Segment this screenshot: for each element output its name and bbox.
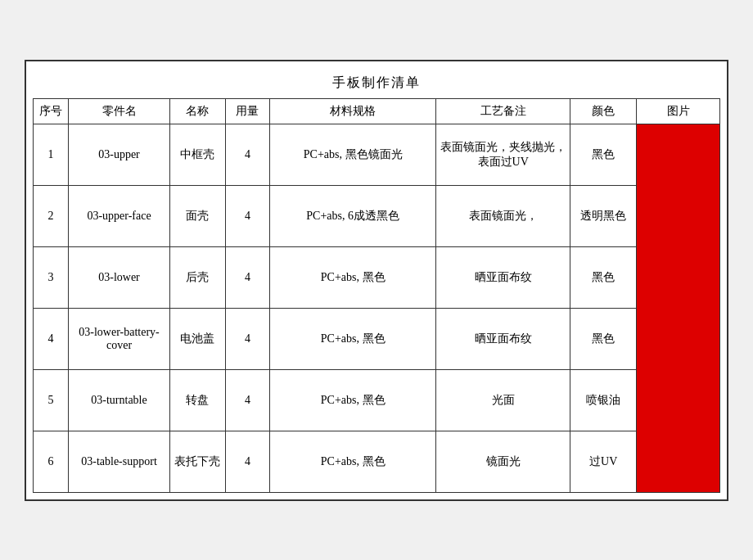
cell-part-code: 03-turntable: [68, 369, 169, 431]
cell-seq: 5: [34, 369, 69, 431]
cell-part-code: 03-table-support: [68, 431, 169, 492]
table-row: 403-lower-battery-cover电池盖4PC+abs, 黑色晒亚面…: [34, 308, 720, 369]
header-color: 颜色: [570, 98, 637, 124]
cell-spec: PC+abs, 黑色: [270, 369, 436, 431]
table-container: 手板制作清单 序号 零件名 名称 用量 材料规格 工艺备注 颜色 图片: [25, 60, 728, 501]
header-spec: 材料规格: [270, 98, 436, 124]
cell-name: 表托下壳: [170, 431, 226, 492]
cell-craft: 光面: [436, 369, 570, 431]
header-name: 名称: [170, 98, 226, 124]
cell-spec: PC+abs, 黑色: [270, 431, 436, 492]
cell-color: 黑色: [570, 308, 637, 369]
cell-color: 黑色: [570, 246, 637, 308]
table-row: 603-table-support表托下壳4PC+abs, 黑色镜面光过UV: [34, 431, 720, 492]
cell-color: 透明黑色: [570, 185, 637, 246]
cell-color: 喷银油: [570, 369, 637, 431]
cell-spec: PC+abs, 6成透黑色: [270, 185, 436, 246]
cell-qty: 4: [225, 246, 269, 308]
cell-part-code: 03-lower: [68, 246, 169, 308]
header-qty: 用量: [225, 98, 269, 124]
cell-seq: 4: [34, 308, 69, 369]
table-row: 303-lower后壳4PC+abs, 黑色晒亚面布纹黑色: [34, 246, 720, 308]
cell-qty: 4: [225, 369, 269, 431]
cell-qty: 4: [225, 308, 269, 369]
cell-seq: 1: [34, 124, 69, 185]
cell-name: 后壳: [170, 246, 226, 308]
cell-qty: 4: [225, 431, 269, 492]
cell-color: 过UV: [570, 431, 637, 492]
header-image: 图片: [637, 98, 720, 124]
cell-craft: 镜面光: [436, 431, 570, 492]
cell-part-code: 03-lower-battery-cover: [68, 308, 169, 369]
cell-spec: PC+abs, 黑色: [270, 308, 436, 369]
cell-part-code: 03-upper: [68, 124, 169, 185]
cell-craft: 表面镜面光，: [436, 185, 570, 246]
cell-name: 中框壳: [170, 124, 226, 185]
main-table: 序号 零件名 名称 用量 材料规格 工艺备注 颜色 图片 103-upper中框…: [33, 98, 720, 493]
cell-name: 电池盖: [170, 308, 226, 369]
cell-spec: PC+abs, 黑色: [270, 246, 436, 308]
cell-qty: 4: [225, 124, 269, 185]
header-craft: 工艺备注: [436, 98, 570, 124]
cell-craft: 表面镜面光，夹线抛光，表面过UV: [436, 124, 570, 185]
cell-craft: 晒亚面布纹: [436, 246, 570, 308]
cell-seq: 2: [34, 185, 69, 246]
table-row: 103-upper中框壳4PC+abs, 黑色镜面光表面镜面光，夹线抛光，表面过…: [34, 124, 720, 185]
cell-qty: 4: [225, 185, 269, 246]
cell-seq: 6: [34, 431, 69, 492]
table-title: 手板制作清单: [33, 68, 720, 98]
table-row: 203-upper-face面壳4PC+abs, 6成透黑色表面镜面光，透明黑色: [34, 185, 720, 246]
cell-spec: PC+abs, 黑色镜面光: [270, 124, 436, 185]
header-part-code: 零件名: [68, 98, 169, 124]
cell-part-code: 03-upper-face: [68, 185, 169, 246]
header-seq: 序号: [34, 98, 69, 124]
cell-name: 转盘: [170, 369, 226, 431]
cell-image: [637, 124, 720, 492]
cell-seq: 3: [34, 246, 69, 308]
cell-craft: 晒亚面布纹: [436, 308, 570, 369]
cell-color: 黑色: [570, 124, 637, 185]
cell-name: 面壳: [170, 185, 226, 246]
table-row: 503-turntable转盘4PC+abs, 黑色光面喷银油: [34, 369, 720, 431]
header-row: 序号 零件名 名称 用量 材料规格 工艺备注 颜色 图片: [34, 98, 720, 124]
